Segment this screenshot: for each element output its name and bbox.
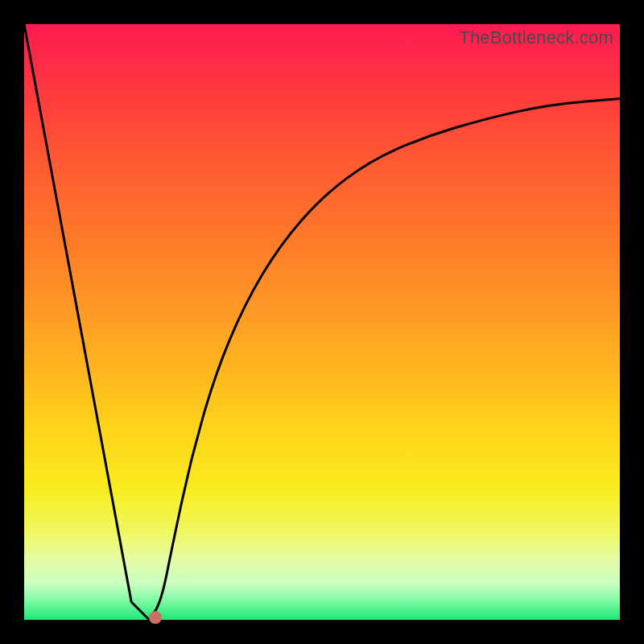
chart-line	[24, 24, 620, 620]
chart-plot-area: TheBottleneck.com	[24, 24, 620, 620]
chart-marker-dot	[149, 611, 162, 624]
chart-frame: TheBottleneck.com	[0, 0, 644, 644]
